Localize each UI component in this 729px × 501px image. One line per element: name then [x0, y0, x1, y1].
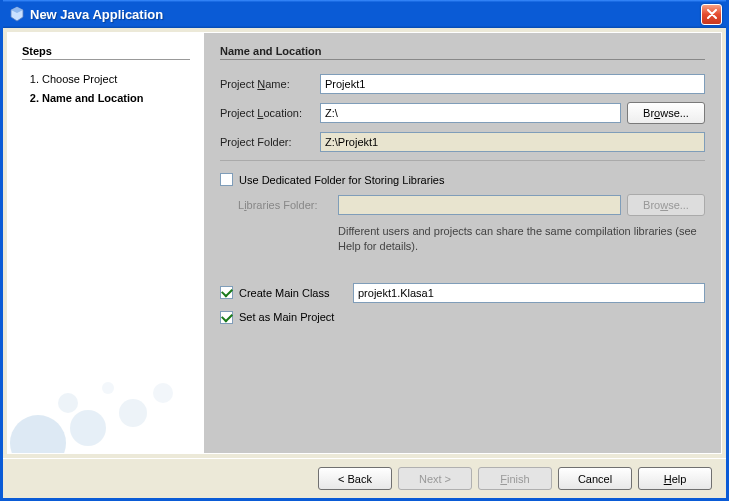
project-name-row: Project Name: — [220, 74, 705, 94]
libraries-folder-label: Libraries Folder: — [238, 199, 338, 211]
project-folder-label: Project Folder: — [220, 136, 320, 148]
close-icon — [707, 9, 717, 19]
project-location-row: Project Location: Browse... — [220, 102, 705, 124]
project-folder-input — [320, 132, 705, 152]
back-button[interactable]: < Back — [318, 467, 392, 490]
project-name-label: Project Name: — [220, 78, 320, 90]
help-button[interactable]: Help — [638, 467, 712, 490]
content-divider — [220, 59, 705, 60]
next-button: Next > — [398, 467, 472, 490]
set-main-project-checkbox[interactable] — [220, 311, 233, 324]
project-folder-row: Project Folder: — [220, 132, 705, 152]
set-main-project-row: Set as Main Project — [220, 311, 705, 324]
titlebar: New Java Application — [3, 0, 726, 28]
main-area: Steps Choose Project Name and Location N… — [7, 32, 722, 454]
create-main-class-label: Create Main Class — [239, 287, 353, 299]
finish-button: Finish — [478, 467, 552, 490]
step-item: Choose Project — [42, 70, 190, 89]
section-divider-1 — [220, 160, 705, 161]
svg-point-4 — [58, 393, 78, 413]
libraries-folder-row: Libraries Folder: Browse... — [238, 194, 705, 216]
svg-point-2 — [119, 399, 147, 427]
project-location-input[interactable] — [320, 103, 621, 123]
steps-list: Choose Project Name and Location — [22, 70, 190, 107]
main-class-input[interactable] — [353, 283, 705, 303]
dedicated-folder-checkbox[interactable] — [220, 173, 233, 186]
create-main-class-checkbox[interactable] — [220, 286, 233, 299]
cancel-button[interactable]: Cancel — [558, 467, 632, 490]
window-title: New Java Application — [30, 7, 701, 22]
create-main-class-row: Create Main Class — [220, 283, 705, 303]
dialog-body: Steps Choose Project Name and Location N… — [3, 28, 726, 498]
svg-point-3 — [153, 383, 173, 403]
set-main-project-label: Set as Main Project — [239, 311, 334, 323]
content-heading: Name and Location — [220, 45, 705, 57]
content-panel: Name and Location Project Name: Project … — [204, 33, 721, 453]
project-name-input[interactable] — [320, 74, 705, 94]
button-bar: < Back Next > Finish Cancel Help — [3, 458, 726, 498]
sidebar-divider — [22, 59, 190, 60]
wizard-window: New Java Application Steps Choose Projec… — [0, 0, 729, 501]
sidebar-decoration — [8, 343, 204, 453]
browse-libraries-button: Browse... — [627, 194, 705, 216]
steps-heading: Steps — [22, 45, 190, 57]
app-icon — [9, 6, 25, 22]
svg-point-5 — [102, 382, 114, 394]
libraries-help-text: Different users and projects can share t… — [338, 224, 705, 255]
steps-sidebar: Steps Choose Project Name and Location — [8, 33, 204, 453]
step-item: Name and Location — [42, 89, 190, 108]
dedicated-folder-row: Use Dedicated Folder for Storing Librari… — [220, 173, 705, 186]
close-button[interactable] — [701, 4, 722, 25]
browse-location-button[interactable]: Browse... — [627, 102, 705, 124]
libraries-folder-input — [338, 195, 621, 215]
dedicated-folder-label: Use Dedicated Folder for Storing Librari… — [239, 174, 444, 186]
svg-point-1 — [70, 410, 106, 446]
project-location-label: Project Location: — [220, 107, 320, 119]
svg-point-0 — [10, 415, 66, 453]
